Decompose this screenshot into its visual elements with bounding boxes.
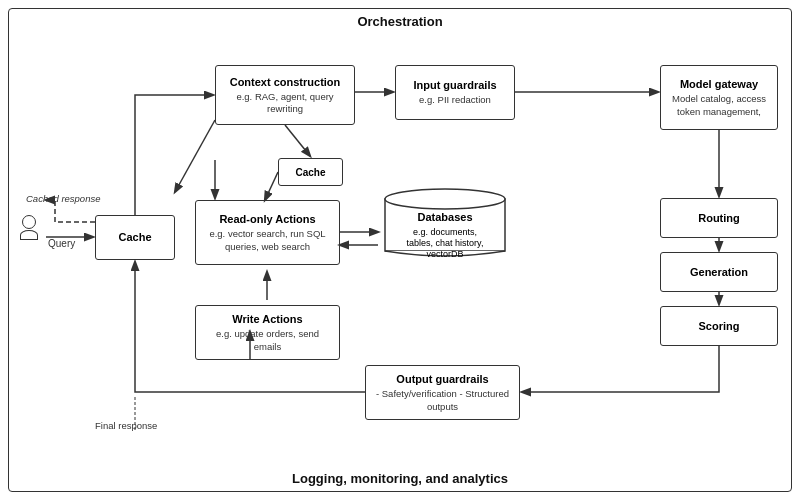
input-guardrails-box: Input guardrails e.g. PII redaction [395, 65, 515, 120]
user-person [20, 215, 38, 240]
model-gateway-title: Model gateway [680, 77, 758, 91]
svg-text:vectorDB: vectorDB [426, 249, 463, 259]
output-guardrails-sub: - Safety/verification - Structured outpu… [372, 388, 513, 413]
svg-text:e.g. documents,: e.g. documents, [413, 227, 477, 237]
logging-label: Logging, monitoring, and analytics [0, 471, 800, 486]
routing-title: Routing [698, 211, 740, 225]
read-only-actions-sub: e.g. vector search, run SQL queries, web… [202, 228, 333, 253]
read-only-actions-box: Read-only Actions e.g. vector search, ru… [195, 200, 340, 265]
orchestration-label: Orchestration [0, 14, 800, 29]
cached-response-label: Cached response [26, 193, 100, 204]
model-gateway-sub: Model catalog, access token management, [667, 93, 771, 118]
databases-svg: Databases e.g. documents, tables, chat h… [380, 185, 510, 265]
context-construction-sub: e.g. RAG, agent, query rewriting [222, 91, 348, 116]
scoring-box: Scoring [660, 306, 778, 346]
generation-title: Generation [690, 265, 748, 279]
final-response-label: Final response [95, 420, 157, 431]
svg-text:tables, chat history,: tables, chat history, [407, 238, 484, 248]
databases-box: Databases e.g. documents, tables, chat h… [380, 185, 510, 265]
context-construction-box: Context construction e.g. RAG, agent, qu… [215, 65, 355, 125]
write-actions-box: Write Actions e.g. update orders, send e… [195, 305, 340, 360]
scoring-title: Scoring [699, 319, 740, 333]
routing-box: Routing [660, 198, 778, 238]
write-actions-sub: e.g. update orders, send emails [202, 328, 333, 353]
output-guardrails-box: Output guardrails - Safety/verification … [365, 365, 520, 420]
cache-top-box: Cache [278, 158, 343, 186]
cache-top-title: Cache [295, 166, 325, 179]
query-label: Query [48, 238, 75, 249]
cache-main-title: Cache [118, 230, 151, 244]
model-gateway-box: Model gateway Model catalog, access toke… [660, 65, 778, 130]
person-head [22, 215, 36, 229]
write-actions-title: Write Actions [232, 312, 302, 326]
generation-box: Generation [660, 252, 778, 292]
read-only-actions-title: Read-only Actions [219, 212, 315, 226]
cache-main-box: Cache [95, 215, 175, 260]
svg-text:Databases: Databases [417, 211, 472, 223]
input-guardrails-sub: e.g. PII redaction [419, 94, 491, 106]
person-body [20, 230, 38, 240]
context-construction-title: Context construction [230, 75, 341, 89]
svg-point-1 [385, 189, 505, 209]
output-guardrails-title: Output guardrails [396, 372, 488, 386]
input-guardrails-title: Input guardrails [413, 78, 496, 92]
